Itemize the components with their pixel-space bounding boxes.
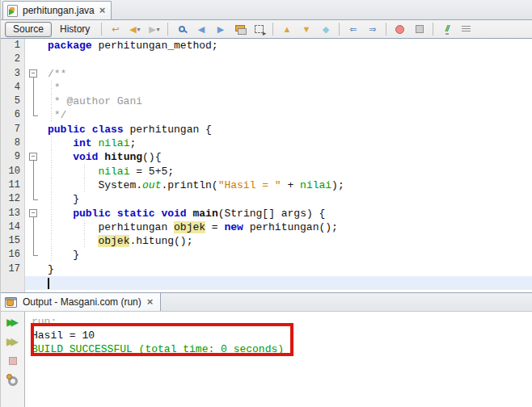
code-line[interactable]: 13− public static void main(String[] arg… [1,207,532,220]
output-tab-close-icon[interactable]: × [147,298,154,306]
shift-line-left-icon[interactable]: ⇐ [344,21,362,37]
editor-tab-perhitungan[interactable]: perhitungan.java × [2,1,112,19]
fold-marker[interactable] [25,192,44,206]
fold-marker[interactable] [25,178,44,192]
line-number[interactable]: 15 [1,234,25,248]
start-macro-recording-icon[interactable] [391,21,409,37]
toolbar-separator [101,23,102,36]
rerun-button[interactable]: ▶▶ [4,314,22,330]
line-number[interactable]: 11 [1,178,25,192]
shift-line-right-icon[interactable]: ⇒ [363,21,382,37]
last-edit-position-icon[interactable]: ↩ [106,21,125,37]
code-line[interactable]: 1package perhitungan_method; [1,39,532,52]
history-view-button[interactable]: History [53,23,97,36]
code-line[interactable]: 15 objek.hitung(); [1,234,532,248]
uncomment-icon[interactable] [457,21,475,37]
next-bookmark-icon[interactable]: ▼ [297,21,315,37]
output-console[interactable]: run:Hasil = 10BUILD SUCCESSFUL (total ti… [25,312,532,407]
netbeans-editor-window: perhitungan.java × Source History ↩◀▾▶▾◀… [0,0,532,407]
code-line[interactable]: 12 } [1,192,532,206]
previous-occurrence-icon[interactable]: ◀ [192,21,210,37]
line-number[interactable]: 17 [1,262,25,276]
toggle-highlight-icon[interactable] [230,21,249,37]
fold-column [25,39,44,52]
code-line[interactable]: 11 System.out.println("Hasil = " + nilai… [1,178,532,192]
stop-build-button[interactable] [4,353,22,369]
previous-bookmark-icon[interactable]: ▲ [277,21,296,37]
code-line[interactable]: 16 } [1,248,532,262]
fold-marker[interactable] [25,108,44,122]
toolbar-separator [167,23,168,36]
code-line[interactable]: 9− void hitung(){ [1,150,532,164]
line-number[interactable]: 6 [1,108,25,122]
fold-marker[interactable] [25,234,44,248]
tab-close-icon[interactable]: × [99,6,106,15]
code-line[interactable]: 8 int nilai; [1,136,532,150]
rerun-with-different-parameters-button[interactable]: ▶▶ [4,334,22,350]
text-caret [48,278,49,289]
fold-marker[interactable]: − [25,207,44,220]
java-file-icon [7,5,18,17]
ant-settings-button[interactable] [4,372,22,388]
toggle-bookmark-icon[interactable]: ◆ [316,21,335,37]
forward-icon[interactable]: ▶▾ [145,21,163,37]
fold-column [25,276,44,290]
gear-wrench-icon [8,376,18,386]
output-tab-title: Output - Masgani.com (run) [23,296,141,308]
caret-line[interactable] [1,276,532,290]
fold-column [25,136,44,150]
line-number[interactable]: 5 [1,94,25,108]
line-number[interactable]: 4 [1,81,25,94]
annotation-rectangle [31,323,293,356]
editor-tab-bar: perhitungan.java × [1,0,532,20]
editor-toolbar: Source History ↩◀▾▶▾◀▶▲▼◆⇐⇒// [1,20,532,39]
fold-marker[interactable] [25,81,44,94]
editor-tab-title: perhitungan.java [23,5,95,16]
code-line[interactable]: 3−/** [1,67,532,81]
output-tab-bar: Output - Masgani.com (run) × [1,292,532,312]
output-toolbar: ▶▶▶▶ [1,312,25,407]
toolbar-separator [272,23,273,36]
source-view-button[interactable]: Source [5,22,52,37]
line-number[interactable]: 8 [1,136,25,150]
line-number[interactable]: 2 [1,52,25,66]
output-tab[interactable]: Output - Masgani.com (run) × [1,293,161,311]
comment-icon[interactable]: // [437,21,456,37]
output-window-icon [5,297,17,308]
code-line[interactable]: 5 * @author Gani [1,94,532,108]
line-number[interactable]: 10 [1,165,25,178]
line-number[interactable]: 14 [1,220,25,234]
line-number[interactable]: 12 [1,192,25,206]
line-number[interactable]: 9 [1,150,25,164]
line-number[interactable]: 13 [1,207,25,220]
toolbar-separator [433,23,433,36]
code-line[interactable]: 7public class perhitungan { [1,123,532,136]
fold-marker[interactable] [25,94,44,108]
code-area[interactable]: 1package perhitungan_method;23−/**4 *5 *… [1,39,532,292]
fold-marker[interactable] [25,248,44,262]
fold-column [25,123,44,136]
line-number[interactable]: 3 [1,67,25,81]
code-line[interactable]: 4 * [1,81,532,94]
toolbar-separator [386,23,386,36]
line-number[interactable]: 16 [1,248,25,262]
back-icon[interactable]: ◀▾ [125,21,144,37]
code-line[interactable]: 14 perhitungan objek = new perhitungan()… [1,220,532,234]
code-line[interactable]: 2 [1,52,532,66]
output-panel: ▶▶▶▶ run:Hasil = 10BUILD SUCCESSFUL (tot… [1,312,532,407]
find-icon[interactable] [172,21,191,37]
fold-marker[interactable] [25,165,44,178]
fold-column [25,52,44,66]
fold-column [25,262,44,276]
rectangular-selection-icon[interactable] [250,21,268,37]
line-number[interactable]: 7 [1,123,25,136]
code-line[interactable]: 10 nilai = 5+5; [1,165,532,178]
fold-marker[interactable]: − [25,150,44,164]
code-line[interactable]: 6 */ [1,108,532,122]
fold-marker[interactable] [25,220,44,234]
stop-macro-recording-icon[interactable] [410,21,429,37]
line-number[interactable]: 1 [1,39,25,52]
next-occurrence-icon[interactable]: ▶ [211,21,230,37]
code-line[interactable]: 17} [1,262,532,276]
fold-marker[interactable]: − [25,67,44,81]
